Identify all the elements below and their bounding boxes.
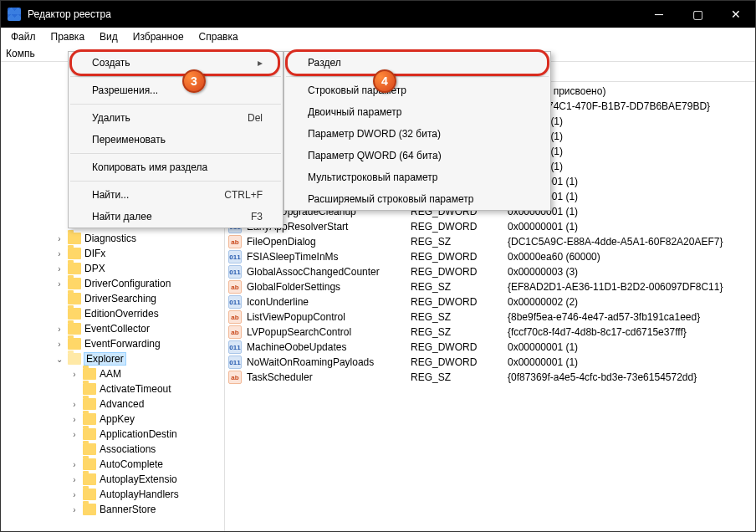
menu-item[interactable]: Строковый параметр: [284, 79, 550, 101]
step-badge-3: 3: [182, 69, 206, 93]
menu-item-label: Создать: [92, 57, 130, 69]
menu-item[interactable]: Разрешения...: [69, 79, 283, 101]
tree-item-label: AutoplayHandlers: [100, 489, 179, 500]
list-row[interactable]: 011NoWaitOnRoamingPayloadsREG_DWORD0x000…: [225, 355, 755, 370]
menu-item[interactable]: Параметр QWORD (64 бита): [284, 145, 550, 166]
close-button[interactable]: ✕: [717, 1, 755, 28]
list-row[interactable]: abListViewPopupControlREG_SZ{8be9f5ea-e7…: [225, 309, 755, 325]
tree-item[interactable]: ›Advanced: [4, 396, 224, 412]
menu-favorites[interactable]: Избранное: [126, 29, 191, 44]
expander-icon[interactable]: ›: [54, 279, 64, 289]
menu-item[interactable]: Мультистроковый параметр: [284, 166, 550, 188]
menu-item[interactable]: Создать▸: [69, 52, 283, 74]
string-value-icon: ab: [228, 371, 242, 384]
cell-name: ListViewPopupControl: [247, 311, 406, 323]
expander-icon[interactable]: ›: [54, 325, 64, 334]
expander-icon[interactable]: ›: [69, 370, 79, 379]
menu-item[interactable]: Двоичный параметр: [284, 101, 550, 123]
menu-item[interactable]: Параметр DWORD (32 бита): [284, 123, 550, 145]
expander-icon[interactable]: ›: [69, 475, 79, 484]
menu-help[interactable]: Справка: [192, 29, 245, 44]
tree-item[interactable]: ›AutoplayHandlers: [4, 487, 224, 502]
tree-item[interactable]: ›AutoComplete: [4, 457, 224, 472]
tree-item[interactable]: DriverSearching: [4, 291, 224, 306]
tree-item-label: DriverSearching: [84, 293, 156, 304]
cell-value: {0f87369f-a4e5-4cfc-bd3e-73e6154572dd}: [508, 371, 755, 383]
expander-icon[interactable]: ›: [54, 340, 64, 349]
cell-value: 0x00000003 (3): [508, 266, 755, 278]
expander-icon[interactable]: ›: [69, 430, 79, 439]
cell-type: REG_SZ: [411, 311, 503, 323]
menu-item-label: Переименовать: [92, 134, 166, 146]
list-row[interactable]: 011IconUnderlineREG_DWORD0x00000002 (2): [225, 294, 755, 309]
tree-item[interactable]: Associations: [4, 442, 224, 457]
menu-item[interactable]: УдалитьDel: [69, 107, 283, 129]
cell-value: {fccf70c8-f4d7-4d8b-8c17-cd6715e37fff}: [508, 326, 755, 338]
tree-item[interactable]: ›DIFx: [4, 246, 224, 261]
maximize-button[interactable]: ▢: [678, 1, 717, 28]
menu-file[interactable]: Файл: [4, 29, 43, 44]
list-row[interactable]: abGlobalFolderSettingsREG_SZ{EF8AD2D1-AE…: [225, 279, 755, 294]
menu-edit[interactable]: Правка: [44, 29, 92, 44]
tree-item[interactable]: ›Diagnostics: [4, 231, 224, 246]
list-row[interactable]: abTaskSchedulerREG_SZ{0f87369f-a4e5-4cfc…: [225, 370, 755, 385]
titlebar: Редактор реестра ─ ▢ ✕: [1, 1, 755, 28]
menu-view[interactable]: Вид: [93, 29, 125, 44]
tree-item[interactable]: ›BannerStore: [4, 502, 224, 517]
list-row[interactable]: 011GlobalAssocChangedCounterREG_DWORD0x0…: [225, 264, 755, 279]
list-row[interactable]: 011EarlyAppResolverStartREG_DWORD0x00000…: [225, 219, 755, 234]
step-badge-4: 4: [373, 69, 396, 93]
menu-separator: [70, 153, 281, 154]
menu-item[interactable]: Раздел: [284, 52, 550, 74]
expander-icon[interactable]: ›: [69, 460, 79, 469]
minimize-button[interactable]: ─: [640, 1, 678, 28]
tree-item[interactable]: ⌄Explorer: [4, 351, 224, 366]
tree-item-label: DPX: [84, 263, 105, 274]
expander-icon[interactable]: ›: [69, 490, 79, 499]
menu-item[interactable]: Найти...CTRL+F: [69, 184, 283, 206]
tree-item-label: DIFx: [84, 248, 105, 259]
menu-item-label: Копировать имя раздела: [92, 161, 207, 173]
tree-item[interactable]: ›AAM: [4, 366, 224, 381]
expander-icon[interactable]: ›: [69, 415, 79, 424]
menu-item[interactable]: Найти далееF3: [69, 206, 283, 228]
list-row[interactable]: 011MachineOobeUpdatesREG_DWORD0x00000001…: [225, 340, 755, 355]
cell-value: 0x00000001 (1): [508, 356, 755, 368]
cell-name: NoWaitOnRoamingPayloads: [247, 356, 406, 368]
cell-type: REG_DWORD: [411, 356, 503, 368]
cell-name: IconUnderline: [247, 296, 406, 308]
tree-item[interactable]: ›AutoplayExtensio: [4, 472, 224, 487]
menu-item-label: Раздел: [308, 57, 341, 69]
menu-item-label: Параметр DWORD (32 бита): [308, 128, 441, 140]
menu-item[interactable]: Копировать имя раздела: [69, 156, 283, 178]
menu-item[interactable]: Переименовать: [69, 129, 283, 151]
tree-item[interactable]: ›DriverConfiguration: [4, 276, 224, 291]
folder-icon: [68, 263, 81, 274]
menu-separator: [70, 104, 281, 105]
string-value-icon: ab: [228, 280, 242, 294]
expander-icon[interactable]: ⌄: [54, 355, 64, 364]
expander-icon[interactable]: ›: [69, 400, 79, 409]
list-row[interactable]: abLVPopupSearchControlREG_SZ{fccf70c8-f4…: [225, 325, 755, 340]
menu-item[interactable]: Расширяемый строковый параметр: [284, 188, 550, 210]
tree-item[interactable]: EditionOverrides: [4, 306, 224, 321]
expander-icon[interactable]: ›: [54, 249, 64, 258]
expander-icon[interactable]: ›: [54, 234, 64, 243]
list-row[interactable]: abFileOpenDialogREG_SZ{DC1C5A9C-E88A-4dd…: [225, 234, 755, 249]
tree-item[interactable]: ›EventCollector: [4, 321, 224, 336]
folder-icon: [83, 443, 96, 455]
tree-item[interactable]: ›DPX: [4, 261, 224, 276]
tree-item[interactable]: ›ApplicationDestin: [4, 427, 224, 442]
cell-type: REG_SZ: [411, 236, 503, 248]
cell-name: TaskScheduler: [247, 371, 406, 383]
cell-value: 0x00000001 (1): [508, 341, 755, 353]
menu-item-shortcut: CTRL+F: [224, 189, 263, 201]
tree-item[interactable]: ›EventForwarding: [4, 336, 224, 351]
menu-item-label: Мультистроковый параметр: [308, 171, 438, 183]
expander-icon[interactable]: ›: [54, 264, 64, 274]
expander-icon[interactable]: ›: [69, 505, 79, 514]
tree-item-label: EditionOverrides: [84, 308, 159, 320]
tree-item[interactable]: ActivateTimeout: [4, 381, 224, 396]
tree-item[interactable]: ›AppKey: [4, 412, 224, 427]
list-row[interactable]: 011FSIASleepTimeInMsREG_DWORD0x0000ea60 …: [225, 249, 755, 264]
